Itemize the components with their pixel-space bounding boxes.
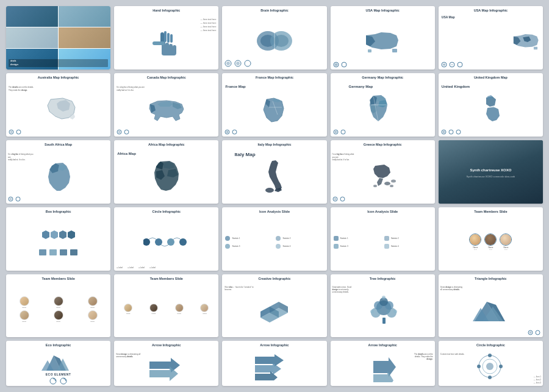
svg-point-53 [390, 185, 393, 187]
slide-title-triangle: Triangle Infographic [439, 274, 543, 282]
slide-icon-analysis-1[interactable]: Icon Analysis Slide Statistic 1 Statisti… [222, 207, 326, 271]
svg-rect-4 [170, 34, 173, 43]
svg-point-18 [334, 63, 337, 66]
slide-creative[interactable]: Creative Infographic Nice idea ✓ how to … [222, 274, 326, 338]
slide-title-usa-1: USA Map Infographic [331, 6, 435, 13]
svg-point-68 [225, 244, 230, 249]
svg-point-67 [276, 236, 281, 241]
svg-point-87 [370, 310, 374, 313]
svg-point-66 [225, 236, 230, 241]
slide-triangle[interactable]: Triangle Infographic Great design is eli… [439, 274, 543, 338]
africa-shape [151, 160, 182, 192]
svg-point-31 [124, 130, 129, 134]
slide-title-team-3: Team Members Slide [114, 274, 218, 282]
svg-point-112 [486, 363, 493, 370]
svg-point-30 [118, 130, 121, 133]
arrow-3-shapes [370, 355, 398, 382]
svg-marker-61 [68, 230, 75, 239]
slide-box[interactable]: Box Infographic [6, 207, 110, 271]
slide-title-tree: Tree Infographic [331, 274, 435, 282]
synth-title: Synth chartreuse XOXO [467, 165, 514, 175]
slide-france[interactable]: France Map Infographic France Map [222, 73, 326, 137]
svg-rect-20 [534, 47, 537, 50]
svg-rect-70 [334, 236, 339, 241]
svg-point-13 [236, 62, 240, 65]
slide-title-icon-analysis-2: Icon Analysis Slide [331, 207, 435, 215]
slide-title-team-1: Team Members Slide [439, 207, 543, 215]
svg-rect-3 [167, 33, 170, 43]
slide-hand-infographic[interactable]: Hand Infographic — Item text here — Item… [114, 6, 218, 69]
germany-shape [366, 94, 390, 123]
circle-inf-shapes [143, 230, 189, 254]
slide-synth[interactable]: Synth chartreuse XOXO Synth chartreuse X… [439, 140, 543, 204]
slide-title-hand: Hand Infographic [114, 6, 218, 13]
slide-brain-infographic[interactable]: Brain Infographic [222, 6, 326, 69]
slide-arrow-3[interactable]: Arrow Infographic The details are not th… [331, 341, 435, 386]
svg-point-64 [167, 238, 174, 246]
slide-usa-map-2[interactable]: USA Map Infographic USA Map [439, 6, 543, 69]
slide-title-usa-2: USA Map Infographic [439, 6, 543, 13]
slide-circle-last[interactable]: Circle Infographic Content text here wit… [439, 341, 543, 386]
uk-subtitle: United Kingdom [442, 85, 470, 88]
arrow-1-shapes [146, 357, 186, 381]
svg-rect-16 [368, 49, 371, 52]
svg-point-22 [443, 63, 445, 66]
slide-title-arrow-3: Arrow Infographic [331, 341, 435, 348]
svg-point-63 [155, 238, 162, 246]
slide-africa[interactable]: Africa Map Infographic Africa Map [114, 140, 218, 204]
italy-subtitle: Italy Map [234, 152, 255, 157]
svg-point-69 [276, 244, 281, 249]
slide-team-1[interactable]: Team Members Slide Name Role Name Role [439, 207, 543, 271]
canada-shape [148, 99, 185, 123]
svg-point-24 [451, 63, 453, 65]
slide-australia[interactable]: Australia Map Infographic The details ar… [6, 73, 110, 137]
svg-point-115 [488, 376, 492, 379]
slide-title-germany: Germany Map Infographic [331, 73, 435, 80]
france-subtitle: France Map [225, 85, 245, 88]
svg-point-52 [391, 180, 396, 183]
svg-point-27 [10, 130, 13, 133]
africa-subtitle: Africa Map [117, 152, 136, 155]
svg-point-35 [226, 130, 229, 133]
slide-usa-map-1[interactable]: USA Map Infographic [331, 6, 435, 69]
usa-map-2-shape [511, 30, 542, 52]
slide-title-arrow-2: Arrow Infographic [222, 341, 326, 348]
slide-italy[interactable]: Italy Map Infographic Italy Map [222, 140, 326, 204]
svg-rect-72 [334, 244, 339, 249]
circle-last-shapes [474, 353, 506, 380]
svg-rect-71 [384, 236, 389, 241]
slide-arrow-2[interactable]: Arrow Infographic [222, 341, 326, 386]
box-shapes [37, 229, 80, 248]
slide-title-australia: Australia Map Infographic [6, 73, 110, 80]
slide-team-3[interactable]: Team Members Slide Name Name Name Name [114, 274, 218, 338]
slide-circle-inf[interactable]: Circle Infographic ● Label ● Label ● Lab… [114, 207, 218, 271]
slide-title-south-africa: South Africa Map [6, 140, 110, 148]
slide-arrow-1[interactable]: Arrow Infographic Great design is elimin… [114, 341, 218, 386]
slide-canada[interactable]: Canada Map Infographic I'm a big fan of … [114, 73, 218, 137]
slide-photo-collage[interactable]: details design [6, 6, 110, 69]
svg-point-40 [334, 130, 337, 133]
svg-rect-2 [164, 31, 167, 42]
svg-point-50 [265, 188, 274, 193]
slide-title-africa: Africa Map Infographic [114, 140, 218, 148]
slide-title-circle-last: Circle Infographic [439, 341, 543, 348]
slide-germany[interactable]: Germany Map Infographic Germany Map [331, 73, 435, 137]
slide-title-eco: Eco Infographic [6, 341, 110, 348]
uk-shape [481, 94, 503, 125]
slide-greece[interactable]: Greece Map Infographic I'm a big fan of … [331, 140, 435, 204]
slide-icon-analysis-2[interactable]: Icon Analysis Slide Statistic 1 Statisti… [331, 207, 435, 271]
slide-team-2[interactable]: Team Members Slide Name Name Name Name [6, 274, 110, 338]
usa-map-shape [363, 29, 403, 54]
slide-tree[interactable]: Tree Infographic Great art is terse. Goo… [331, 274, 435, 338]
svg-point-41 [341, 130, 345, 134]
svg-marker-108 [373, 357, 396, 377]
slide-uk[interactable]: United Kingdom Map United Kingdom [439, 73, 543, 137]
slide-south-africa[interactable]: South Africa Map I'm a big fan of doing … [6, 140, 110, 204]
tree-shape [367, 294, 401, 324]
italy-shape [264, 160, 285, 193]
slide-eco[interactable]: Eco Infographic ECO ELEMENT [6, 341, 110, 386]
france-shape [260, 96, 288, 124]
slide-title-circle-inf: Circle Infographic [114, 207, 218, 215]
svg-point-116 [477, 365, 481, 368]
svg-point-113 [488, 354, 492, 357]
